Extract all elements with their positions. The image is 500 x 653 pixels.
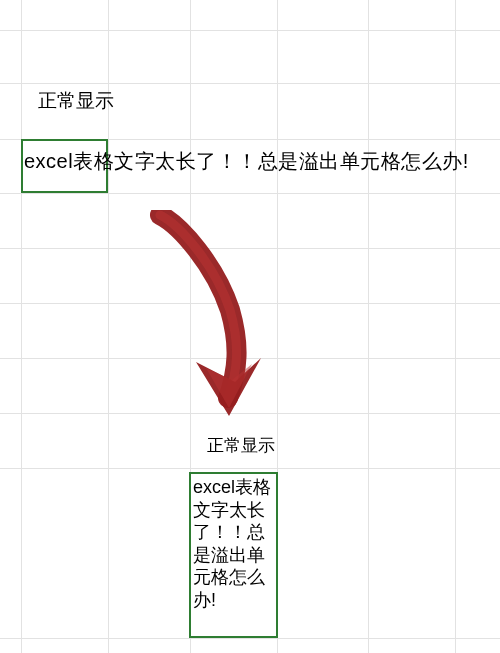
gridline-horizontal [0, 193, 500, 194]
gridline-vertical [21, 0, 22, 653]
gridline-horizontal [0, 303, 500, 304]
normal-display-label-top: 正常显示 [38, 88, 114, 114]
gridline-horizontal [0, 83, 500, 84]
gridline-horizontal [0, 638, 500, 639]
gridline-horizontal [0, 30, 500, 31]
overflowing-cell-text[interactable]: excel表格文字太长了！！总是溢出单元格怎么办! [24, 148, 469, 175]
gridline-horizontal [0, 358, 500, 359]
wrapped-cell-text[interactable]: excel表格文字太长了！！总是溢出单元格怎么办! [193, 476, 275, 611]
gridline-horizontal [0, 413, 500, 414]
gridline-horizontal [0, 468, 500, 469]
gridline-vertical [455, 0, 456, 653]
normal-display-label-bottom: 正常显示 [207, 434, 275, 457]
gridline-vertical [368, 0, 369, 653]
gridline-horizontal [0, 248, 500, 249]
